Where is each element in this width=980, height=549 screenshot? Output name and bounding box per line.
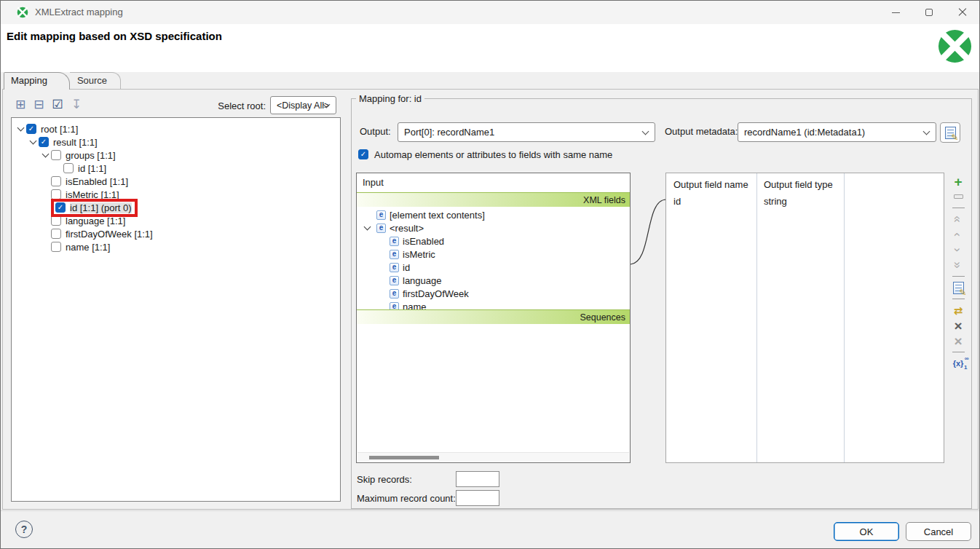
column-header: Output field name <box>673 179 748 190</box>
close-button[interactable] <box>946 1 979 24</box>
xsd-tree-item[interactable]: isEnabled [1:1] <box>12 175 340 188</box>
xsd-tree-item[interactable]: result [1:1] <box>12 135 340 149</box>
chevron-down-icon[interactable] <box>361 226 373 229</box>
collapse-all-icon[interactable]: ⊟ <box>33 98 44 111</box>
element-icon: e <box>390 276 399 285</box>
output-metadata-value: recordName1 (id:Metadata1) <box>744 127 865 138</box>
item-checkbox[interactable] <box>51 229 61 239</box>
toolbar-separator <box>952 273 965 280</box>
xsd-tree-item[interactable]: groups [1:1] <box>12 149 340 162</box>
clover-logo <box>938 29 972 63</box>
element-icon: e <box>376 210 386 220</box>
item-checkbox[interactable] <box>51 176 61 186</box>
input-tree-item[interactable]: elanguage <box>357 274 630 287</box>
sequences-label: Sequences <box>580 312 625 323</box>
close-icon <box>958 8 967 17</box>
edit-metadata-button[interactable] <box>940 122 960 143</box>
maximize-button[interactable] <box>912 1 946 24</box>
input-tree-item[interactable]: efirstDayOfWeek <box>357 287 630 300</box>
xsd-tree-item[interactable]: name [1:1] <box>12 240 340 253</box>
help-button[interactable]: ? <box>15 521 33 538</box>
add-field-icon[interactable]: + <box>954 174 962 189</box>
output-dropdown[interactable]: Port[0]: recordName1 <box>398 122 655 142</box>
input-item-label: language <box>403 275 442 286</box>
chevron-down-icon[interactable] <box>39 154 51 157</box>
item-checkbox[interactable] <box>26 124 36 134</box>
automap-icon[interactable]: ⇄ <box>954 303 963 317</box>
remove-mapping-icon[interactable]: × <box>954 318 962 333</box>
item-label: firstDayOfWeek [1:1] <box>66 229 153 240</box>
cancel-button[interactable]: Cancel <box>906 522 971 541</box>
expand-all-icon[interactable]: ⊞ <box>15 98 25 111</box>
element-icon: e <box>390 250 399 259</box>
move-last-icon[interactable]: » <box>951 261 965 268</box>
item-checkbox[interactable] <box>55 202 66 213</box>
tree-row-content: groups [1:1] <box>51 149 118 162</box>
output-metadata-label: Output metadata: <box>665 126 738 137</box>
toolbar-separator <box>952 349 965 355</box>
move-first-icon[interactable]: « <box>951 216 965 222</box>
minimize-button[interactable] <box>879 1 912 24</box>
item-label: result [1:1] <box>53 137 98 148</box>
automap-checkbox[interactable] <box>358 149 368 159</box>
titlebar: XMLExtract mapping <box>1 1 979 24</box>
element-icon: e <box>376 224 386 233</box>
input-item-label: firstDayOfWeek <box>403 288 469 299</box>
item-checkbox[interactable] <box>39 137 49 147</box>
horizontal-scrollbar[interactable] <box>357 452 629 462</box>
tree-row-content: name [1:1] <box>51 241 112 253</box>
edit-metadata-icon <box>945 127 956 139</box>
input-tree: e[element text contents]e<result>eisEnab… <box>357 208 630 313</box>
check-selected-icon[interactable]: ☑ <box>52 98 63 111</box>
item-checkbox[interactable] <box>51 216 61 226</box>
output-value: Port[0]: recordName1 <box>404 127 494 138</box>
clover-icon <box>17 7 28 18</box>
tab-mapping[interactable]: Mapping <box>4 72 70 90</box>
item-label: isEnabled [1:1] <box>66 176 128 187</box>
annotation-highlight: id [1:1] (port 0) <box>51 199 138 217</box>
dialog-header: Edit mapping based on XSD specification <box>1 24 979 72</box>
input-tree-item[interactable]: eisMetric <box>357 248 630 261</box>
input-tree-item[interactable]: eisEnabled <box>357 234 630 248</box>
xsd-tree-item[interactable]: id [1:1] <box>12 162 340 175</box>
remove-all-mappings-icon[interactable]: × <box>954 333 962 348</box>
xsd-tree-item[interactable]: id [1:1] (port 0) <box>12 201 340 214</box>
input-item-label: isEnabled <box>403 236 444 247</box>
tab-bar: Mapping Source <box>4 72 121 90</box>
item-label: name [1:1] <box>66 242 110 253</box>
input-item-label: id <box>403 262 410 273</box>
chevron-down-icon[interactable] <box>27 141 39 143</box>
max-record-count-input[interactable] <box>456 490 499 506</box>
cell-field-name: id <box>673 196 681 207</box>
item-checkbox[interactable] <box>63 163 74 173</box>
locate-in-tree-icon[interactable]: ↧ <box>71 98 82 111</box>
item-checkbox[interactable] <box>51 242 61 252</box>
tree-row-content: root [1:1] <box>26 123 80 135</box>
ok-button[interactable]: OK <box>834 522 899 541</box>
input-tree-item[interactable]: e<result> <box>357 221 630 234</box>
tree-toolbar: ⊞⊟☑↧ <box>15 96 82 112</box>
toolbar-separator <box>952 205 965 211</box>
column-divider <box>844 173 845 462</box>
move-up-icon[interactable]: ‹ <box>951 232 965 237</box>
xsd-tree-item[interactable]: root [1:1] <box>12 122 340 135</box>
select-root-dropdown[interactable]: <Display All> <box>270 96 336 114</box>
skip-records-input[interactable] <box>456 471 499 487</box>
edit-metadata-icon[interactable] <box>953 280 964 295</box>
tree-row-content: isEnabled [1:1] <box>51 175 130 188</box>
scrollbar-thumb[interactable] <box>369 456 439 459</box>
item-label: id [1:1] (port 0) <box>70 202 132 213</box>
output-metadata-dropdown[interactable]: recordName1 (id:Metadata1) <box>738 122 936 142</box>
wildcard-mapping-icon[interactable]: {x}∞1 <box>953 356 964 371</box>
xsd-tree-item[interactable]: firstDayOfWeek [1:1] <box>12 227 340 240</box>
select-root-value: <Display All> <box>277 100 329 111</box>
input-item-label: <result> <box>390 223 424 234</box>
tab-source[interactable]: Source <box>70 72 121 89</box>
item-checkbox[interactable] <box>51 150 61 160</box>
remove-field-icon[interactable] <box>954 189 963 204</box>
move-down-icon[interactable]: › <box>951 248 965 252</box>
element-icon: e <box>390 289 399 299</box>
input-tree-item[interactable]: eid <box>357 261 630 274</box>
chevron-down-icon[interactable] <box>15 127 26 130</box>
input-tree-item[interactable]: e[element text contents] <box>357 208 630 221</box>
